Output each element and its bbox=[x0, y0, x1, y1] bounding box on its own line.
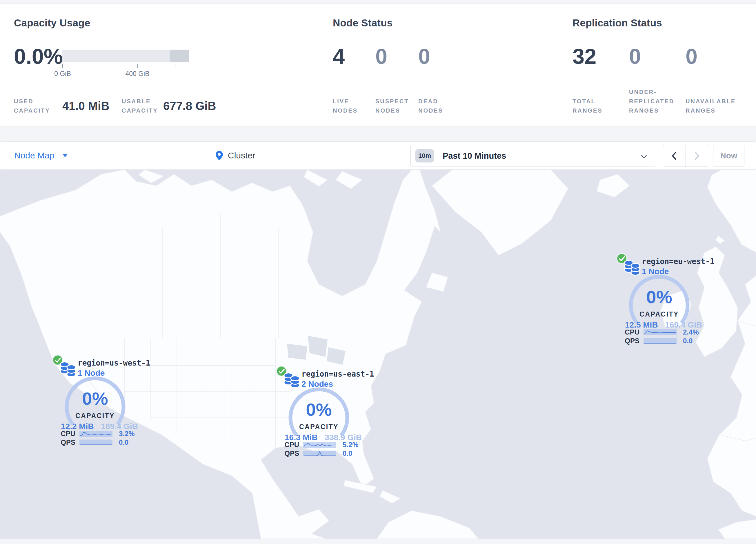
region-capacity-percent: 0% bbox=[627, 287, 691, 307]
region-capacity-percent: 0% bbox=[287, 399, 351, 420]
capacity-axis-tick bbox=[62, 64, 63, 68]
region-cpu-row: CPU 2.4% bbox=[616, 329, 703, 336]
capacity-used-percent: 0.0% bbox=[14, 45, 63, 68]
world-map bbox=[0, 170, 756, 539]
cpu-value: 2.4% bbox=[683, 328, 699, 336]
capacity-bar-reserved-segment bbox=[170, 50, 189, 62]
cpu-label: CPU bbox=[616, 328, 644, 336]
region-cpu-row: CPU 3.2% bbox=[52, 431, 139, 437]
qps-label: QPS bbox=[616, 337, 644, 345]
region-label[interactable]: region=us-west-1 bbox=[78, 359, 150, 367]
dead-nodes-count: 0 bbox=[418, 45, 430, 68]
view-selector-dropdown[interactable]: Node Map bbox=[14, 141, 68, 169]
region-capacity-label: CAPACITY bbox=[63, 412, 127, 420]
time-prev-button[interactable] bbox=[663, 145, 686, 166]
region-label[interactable]: region=us-east-1 bbox=[301, 370, 374, 378]
time-range-label: Past 10 Minutes bbox=[443, 151, 506, 161]
qps-label: QPS bbox=[52, 438, 79, 447]
region-capacity-label: CAPACITY bbox=[287, 423, 351, 431]
capacity-axis-tick bbox=[137, 64, 138, 68]
breadcrumb[interactable]: Cluster bbox=[215, 141, 255, 169]
chevron-left-icon bbox=[670, 151, 678, 160]
region-capacity-percent: 0% bbox=[63, 388, 127, 409]
qps-sparkline bbox=[644, 338, 677, 344]
cpu-sparkline bbox=[303, 442, 336, 448]
capacity-axis-label-400: 400 GiB bbox=[120, 70, 155, 78]
region-qps-row: QPS 0.0 bbox=[276, 450, 363, 457]
cpu-label: CPU bbox=[276, 441, 303, 449]
dead-nodes-label: DEAD NODES bbox=[418, 97, 443, 115]
usable-capacity-label: USABLE CAPACITY bbox=[122, 97, 158, 115]
usable-capacity-value: 677.8 GiB bbox=[163, 99, 216, 113]
cpu-value: 3.2% bbox=[119, 430, 135, 438]
capacity-axis-tick bbox=[100, 64, 100, 68]
time-nav-buttons bbox=[663, 145, 708, 167]
suspect-nodes-count: 0 bbox=[375, 45, 387, 68]
chevron-down-icon bbox=[641, 154, 647, 158]
cluster-summary-panel: Capacity Usage 0.0% 0 GiB 400 GiB USED C… bbox=[0, 3, 756, 127]
suspect-nodes-label: SUSPECT NODES bbox=[375, 97, 409, 115]
region-marker-eu-west-1[interactable]: region=eu-west-1 1 Node 0% CAPACITY 12.5… bbox=[616, 253, 703, 352]
cpu-value: 5.2% bbox=[343, 441, 359, 449]
region-marker-us-west-1[interactable]: region=us-west-1 1 Node 0% CAPACITY 12.2… bbox=[52, 355, 139, 453]
used-capacity-value: 41.0 MiB bbox=[62, 99, 109, 113]
unavailable-ranges-label: UNAVAILABLE RANGES bbox=[686, 97, 736, 115]
cluster-overview-page: Capacity Usage 0.0% 0 GiB 400 GiB USED C… bbox=[0, 0, 756, 544]
under-replicated-ranges-count: 0 bbox=[629, 45, 641, 68]
used-capacity-label: USED CAPACITY bbox=[14, 97, 50, 115]
region-qps-row: QPS 0.0 bbox=[616, 338, 703, 344]
qps-value: 0.0 bbox=[683, 337, 693, 345]
live-nodes-label: LIVE NODES bbox=[333, 97, 358, 115]
region-marker-us-east-1[interactable]: region=us-east-1 2 Nodes 0% CAPACITY 16.… bbox=[276, 366, 363, 464]
qps-label: QPS bbox=[276, 449, 303, 458]
region-capacity-label: CAPACITY bbox=[627, 311, 691, 318]
map-pin-icon bbox=[215, 150, 223, 161]
cpu-sparkline bbox=[79, 431, 112, 437]
capacity-axis-tick bbox=[175, 64, 175, 68]
region-label[interactable]: region=eu-west-1 bbox=[642, 257, 714, 266]
capacity-axis-label-0: 0 GiB bbox=[48, 70, 77, 78]
qps-value: 0.0 bbox=[119, 438, 128, 447]
capacity-usage-bar bbox=[62, 50, 189, 62]
total-ranges-count: 32 bbox=[573, 45, 596, 68]
qps-sparkline bbox=[79, 440, 112, 445]
view-selector-label: Node Map bbox=[14, 150, 54, 160]
unavailable-ranges-count: 0 bbox=[686, 45, 697, 68]
cpu-label: CPU bbox=[52, 430, 79, 438]
capacity-usage-title: Capacity Usage bbox=[14, 17, 90, 29]
region-cpu-row: CPU 5.2% bbox=[276, 442, 363, 448]
qps-value: 0.0 bbox=[343, 449, 352, 458]
cpu-sparkline bbox=[644, 329, 677, 335]
time-next-button[interactable] bbox=[686, 145, 708, 166]
qps-sparkline bbox=[303, 451, 336, 456]
caret-down-icon bbox=[62, 154, 68, 157]
live-nodes-count: 4 bbox=[333, 45, 345, 68]
region-qps-row: QPS 0.0 bbox=[52, 439, 139, 446]
under-replicated-ranges-label: UNDER- REPLICATED RANGES bbox=[629, 87, 674, 115]
chevron-right-icon bbox=[693, 151, 701, 160]
total-ranges-label: TOTAL RANGES bbox=[573, 97, 603, 115]
breadcrumb-cluster-label: Cluster bbox=[228, 150, 255, 160]
node-status-title: Node Status bbox=[333, 17, 392, 29]
node-map[interactable]: region=us-west-1 1 Node 0% CAPACITY 12.2… bbox=[0, 170, 756, 539]
time-range-badge: 10m bbox=[415, 149, 434, 162]
replication-status-title: Replication Status bbox=[573, 17, 662, 29]
now-button[interactable]: Now bbox=[713, 145, 744, 167]
map-toolbar: Node Map Cluster 10m Past 10 Minutes bbox=[0, 141, 756, 170]
time-range-selector[interactable]: 10m Past 10 Minutes bbox=[410, 145, 655, 167]
